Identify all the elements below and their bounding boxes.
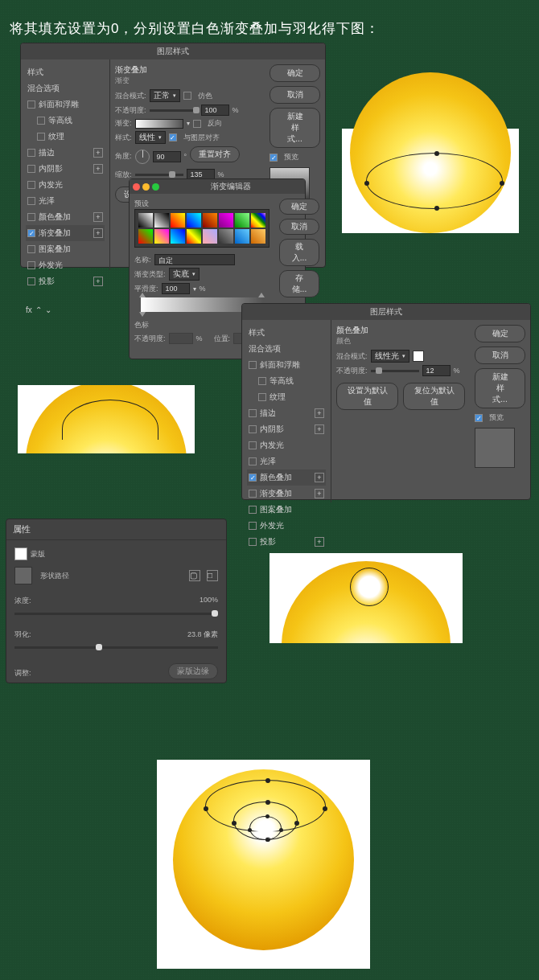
checkbox[interactable] [27,261,35,269]
style-drop-shadow[interactable]: 投影+ [247,534,326,550]
plus-icon[interactable]: + [315,473,324,482]
checkbox[interactable] [27,197,35,205]
style-drop-shadow[interactable]: 投影+ [26,273,105,289]
style-pattern-overlay[interactable]: 图案叠加 [247,502,326,518]
style-satin[interactable]: 光泽 [26,193,105,209]
plus-icon[interactable]: + [315,408,324,418]
opacity-input[interactable]: 12 [422,365,451,376]
new-style-button[interactable]: 新建样式... [475,368,525,408]
up-icon[interactable]: ⌃ [35,305,42,314]
scale-slider[interactable] [135,174,183,176]
opacity-slider[interactable] [371,370,419,372]
style-texture[interactable]: 纹理 [26,129,105,145]
style-outer-glow[interactable]: 外发光 [26,257,105,273]
style-contour[interactable]: 等高线 [247,373,326,389]
style-gradient-overlay[interactable]: 渐变叠加+ [247,486,326,502]
style-contour[interactable]: 等高线 [26,113,105,129]
plus-icon[interactable]: + [93,164,103,174]
checkbox[interactable] [249,474,257,482]
style-stroke[interactable]: 描边+ [247,405,326,421]
angle-input[interactable]: 90 [153,151,181,162]
checkbox[interactable] [27,149,35,157]
checkbox[interactable] [37,133,45,141]
cancel-button[interactable]: 取消 [279,219,319,235]
ok-button[interactable]: 确定 [279,199,319,215]
style-outer-glow[interactable]: 外发光 [247,518,326,534]
opacity-slider[interactable] [150,109,198,112]
checkbox[interactable] [27,213,35,221]
link-icon[interactable]: □ [207,570,218,581]
density-slider[interactable] [14,613,218,615]
checkbox[interactable] [249,490,257,498]
plus-icon[interactable]: + [93,148,103,158]
style-color-overlay[interactable]: 颜色叠加+ [247,469,326,486]
checkbox[interactable] [249,538,257,546]
style-bevel[interactable]: 斜面和浮雕 [26,96,105,113]
style-gradient-overlay[interactable]: 渐变叠加+ [26,225,105,241]
plus-icon[interactable]: + [315,489,324,498]
plus-icon[interactable]: + [93,228,103,238]
style-inner-glow[interactable]: 内发光 [247,437,326,453]
checkbox[interactable] [258,377,266,385]
smooth-input[interactable]: 100 [162,283,190,294]
checkbox[interactable] [249,457,257,465]
angle-dial[interactable] [135,150,150,164]
style-bevel[interactable]: 斜面和浮雕 [247,357,326,373]
plus-icon[interactable]: + [93,277,103,286]
checkbox[interactable] [249,506,257,514]
reset-default-button[interactable]: 复位为默认值 [403,383,465,410]
checkbox[interactable] [249,441,257,449]
reverse-checkbox[interactable] [193,120,201,128]
make-default-button[interactable]: 设置为默认值 [336,383,398,410]
checkbox[interactable] [27,165,35,173]
style-stroke[interactable]: 描边+ [26,145,105,161]
checkbox[interactable] [27,245,35,253]
checkbox[interactable] [37,117,45,125]
blend-mode-dropdown[interactable]: 正常 [150,89,180,102]
mask-icon[interactable] [14,547,27,560]
preview-checkbox[interactable] [270,154,278,162]
close-icon[interactable] [133,183,140,191]
blend-mode-dropdown[interactable]: 线性光 [371,350,409,363]
save-button[interactable]: 存储... [279,270,319,297]
minimize-icon[interactable] [142,183,150,191]
style-satin[interactable]: 光泽 [247,453,326,469]
color-swatch[interactable] [413,351,424,362]
mask-edge-button[interactable]: 蒙版边缘 [168,663,218,679]
checkbox[interactable] [249,522,257,530]
style-inner-shadow[interactable]: 内阴影+ [247,421,326,437]
styles-header[interactable]: 样式 [26,64,105,80]
reset-align-button[interactable]: 重置对齐 [190,146,240,162]
checkbox[interactable] [249,425,257,433]
new-style-button[interactable]: 新建样式... [270,108,320,148]
checkbox[interactable] [249,409,257,417]
preview-checkbox[interactable] [475,414,483,422]
checkbox[interactable] [27,229,35,237]
cancel-button[interactable]: 取消 [270,86,320,104]
style-color-overlay[interactable]: 颜色叠加+ [26,209,105,225]
edit-icon[interactable]: ▢ [189,570,200,581]
maximize-icon[interactable] [152,183,159,191]
style-inner-shadow[interactable]: 内阴影+ [26,161,105,177]
gradient-preview[interactable] [135,119,183,129]
opacity-input[interactable]: 100 [201,105,229,116]
feather-slider[interactable] [14,646,218,649]
name-input[interactable]: 自定 [154,254,235,265]
plus-icon[interactable]: + [315,537,324,547]
cancel-button[interactable]: 取消 [475,346,525,364]
ok-button[interactable]: 确定 [270,64,320,82]
fx-icon[interactable]: fx [26,305,32,314]
plus-icon[interactable]: + [315,424,324,434]
checkbox[interactable] [27,181,35,189]
checkbox[interactable] [27,100,35,109]
blend-options[interactable]: 混合选项 [26,80,105,96]
ok-button[interactable]: 确定 [475,325,525,342]
checkbox[interactable] [249,361,257,369]
style-inner-glow[interactable]: 内发光 [26,177,105,193]
align-checkbox[interactable] [169,133,177,141]
style-pattern-overlay[interactable]: 图案叠加 [26,241,105,257]
load-button[interactable]: 载入... [279,239,319,266]
down-icon[interactable]: ⌄ [45,305,51,314]
preset-swatches[interactable] [134,209,270,248]
blend-options[interactable]: 混合选项 [247,341,326,357]
